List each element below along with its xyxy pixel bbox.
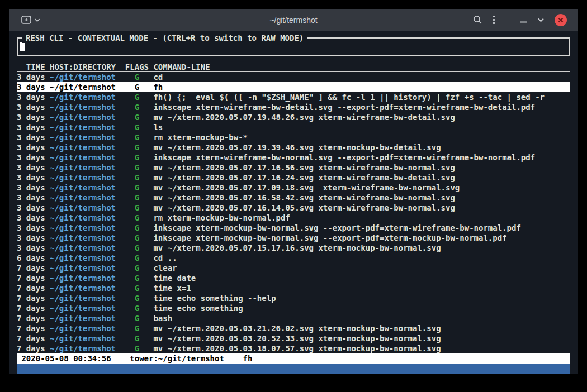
history-list: 3 days ~/git/termshot G cd 3 days ~/git/… [17,72,570,353]
row-command: mv ~/xterm.2020.05.07.19.39.46.svg xterm… [153,142,570,152]
history-row[interactable]: 3 days ~/git/termshot G cd [17,72,570,82]
history-row[interactable]: 7 days ~/git/termshot G time date [17,273,570,283]
row-time: 3 days [17,173,50,183]
row-time: 3 days [17,102,50,112]
row-flags: G [120,142,153,152]
history-row[interactable]: 3 days ~/git/termshot G mv ~/xterm.2020.… [17,162,570,173]
row-flags: G [120,313,153,323]
menu-button[interactable] [493,15,495,25]
row-time: 3 days [17,223,50,233]
row-command: ls [153,122,570,132]
minimize-button[interactable] [520,16,527,23]
history-row[interactable]: 7 days ~/git/termshot G bash [17,313,570,323]
row-flags: G [120,233,153,243]
row-flags: G [120,293,153,303]
resh-search-box: RESH CLI - CONTEXTUAL MODE - (CTRL+R to … [17,37,570,56]
row-flags: G [120,193,153,203]
history-row[interactable]: 3 days ~/git/termshot G mv ~/xterm.2020.… [17,173,570,183]
history-row[interactable]: 7 days ~/git/termshot G time echo someth… [17,303,570,313]
history-row[interactable]: 3 days ~/git/termshot G mv ~/xterm.2020.… [17,193,570,203]
row-flags: G [120,303,153,313]
row-host-directory: ~/git/termshot [50,173,120,183]
row-host-directory: ~/git/termshot [50,283,120,293]
row-command: fh() {; eval $( ([ -n "$ZSH_NAME" ] && f… [153,92,570,102]
row-command: inkscape xterm-wireframe-bw-normal.svg -… [153,152,570,162]
titlebar[interactable]: ~/git/termshot [9,9,578,31]
row-host-directory: ~/git/termshot [50,303,120,313]
history-row[interactable]: 7 days ~/git/termshot G mv ~/xterm.2020.… [17,343,570,353]
row-command: rm xterm-mockup-bw-* [153,132,570,142]
row-host-directory: ~/git/termshot [50,263,120,273]
history-row[interactable]: 3 days ~/git/termshot G rm xterm-mockup-… [17,132,570,142]
terminal-content: RESH CLI - CONTEXTUAL MODE - (CTRL+R to … [9,31,578,374]
history-row[interactable]: 3 days ~/git/termshot G fh [17,82,570,92]
row-flags: G [120,132,153,142]
row-time: 7 days [17,313,50,323]
history-row[interactable]: 3 days ~/git/termshot G mv ~/xterm.2020.… [17,142,570,152]
row-host-directory: ~/git/termshot [50,102,120,112]
row-flags: G [120,283,153,293]
header-command-line: COMMAND-LINE [153,62,570,71]
history-row[interactable]: 7 days ~/git/termshot G clear [17,263,570,273]
close-button[interactable] [555,14,567,26]
history-row[interactable]: 3 days ~/git/termshot G inkscape xterm-w… [17,102,570,112]
minimize-icon [520,16,527,23]
row-command: inkscape xterm-mockup-bw-normal.svg --ex… [153,233,570,243]
row-host-directory: ~/git/termshot [50,233,120,243]
row-command: mv ~/xterm.2020.05.03.21.26.02.svg xterm… [153,323,570,333]
row-flags: G [120,82,153,92]
history-row[interactable]: 3 days ~/git/termshot G inkscape xterm-m… [17,223,570,233]
row-time: 7 days [17,273,50,283]
window-title: ~/git/termshot [269,16,317,25]
history-row[interactable]: 7 days ~/git/termshot G mv ~/xterm.2020.… [17,333,570,343]
new-tab-icon [21,16,31,24]
row-command: time echo something --help [153,293,570,303]
row-time: 7 days [17,333,50,343]
restore-button[interactable] [537,16,545,23]
row-time: 3 days [17,92,50,102]
row-host-directory: ~/git/termshot [50,273,120,283]
row-flags: G [120,223,153,233]
row-command: clear [153,263,570,273]
row-host-directory: ~/git/termshot [50,193,120,203]
close-icon [558,17,564,23]
row-command: rm xterm-mockup-bw-normal.pdf [153,213,570,223]
row-host-directory: ~/git/termshot [50,132,120,142]
row-command: mv ~/xterm.2020.05.03.20.52.33.svg xterm… [153,333,570,343]
history-row[interactable]: 3 days ~/git/termshot G mv ~/xterm.2020.… [17,203,570,213]
history-row[interactable]: 3 days ~/git/termshot G mv ~/xterm.2020.… [17,112,570,122]
kebab-menu-icon [493,15,495,25]
status-location: tower:~/git/termshot [130,353,224,364]
search-button[interactable] [473,15,482,25]
history-row[interactable]: 3 days ~/git/termshot G inkscape xterm-w… [17,152,570,162]
row-flags: G [120,173,153,183]
row-flags: G [120,273,153,283]
history-row[interactable]: 3 days ~/git/termshot G ls [17,122,570,132]
history-row[interactable]: 7 days ~/git/termshot G mv ~/xterm.2020.… [17,323,570,333]
help-bar: HELP: type to search, UP/DOWN to select,… [17,364,570,374]
search-icon [473,15,482,25]
row-flags: G [120,243,153,253]
row-time: 7 days [17,343,50,353]
history-row[interactable]: 6 days ~/git/termshot G cd .. [17,253,570,263]
header-time: TIME [17,62,50,71]
history-row[interactable]: 7 days ~/git/termshot G time x=1 [17,283,570,293]
row-command: mv ~/xterm.2020.05.03.18.07.57.svg xterm… [153,343,570,353]
history-row[interactable]: 3 days ~/git/termshot G mv ~/xterm.2020.… [17,243,570,253]
row-time: 3 days [17,112,50,122]
row-flags: G [120,263,153,273]
row-time: 3 days [17,243,50,253]
row-flags: G [120,102,153,112]
row-host-directory: ~/git/termshot [50,243,120,253]
row-flags: G [120,162,153,173]
history-row[interactable]: 3 days ~/git/termshot G fh() {; eval $( … [17,92,570,102]
row-host-directory: ~/git/termshot [50,223,120,233]
row-flags: G [120,152,153,162]
history-row[interactable]: 3 days ~/git/termshot G inkscape xterm-m… [17,233,570,243]
history-row[interactable]: 3 days ~/git/termshot G mv ~/xterm.2020.… [17,183,570,193]
row-command: fh [153,82,570,92]
history-row[interactable]: 7 days ~/git/termshot G time echo someth… [17,293,570,303]
row-flags: G [120,323,153,333]
new-tab-button[interactable] [21,16,40,24]
history-row[interactable]: 3 days ~/git/termshot G rm xterm-mockup-… [17,213,570,223]
